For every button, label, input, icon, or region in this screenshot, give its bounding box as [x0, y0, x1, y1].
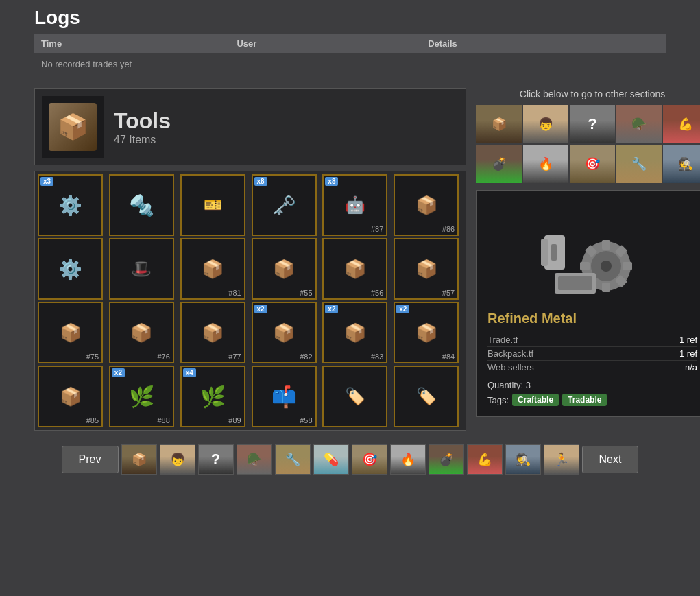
- nav-demo-face: 💣: [429, 445, 463, 474]
- tools-title: Tools: [114, 108, 171, 134]
- item-cell[interactable]: 🎫: [180, 174, 245, 236]
- crate75-icon: 📦: [60, 322, 82, 344]
- crate76-icon: 📦: [130, 322, 152, 344]
- plant88-icon: 🌿: [129, 385, 154, 409]
- item-cell[interactable]: 🔩: [109, 174, 174, 236]
- class-cell-pyro[interactable]: 🔥: [523, 145, 568, 183]
- web-sellers-row: Web sellers n/a: [487, 361, 697, 374]
- item-cell[interactable]: x8 🗝️: [252, 174, 317, 236]
- nav-box-cell[interactable]: 📦: [121, 444, 157, 475]
- nav-soldier-cell[interactable]: 🪖: [237, 444, 272, 475]
- demo-face: 💣: [476, 145, 522, 183]
- item-cell[interactable]: 🎩: [109, 238, 174, 300]
- nav-spy-face: 🕵️: [506, 445, 540, 474]
- robot-item-icon: 🤖: [345, 195, 365, 215]
- scrap-item-icon: 🔩: [129, 193, 154, 217]
- item-cell[interactable]: 📫 #58: [252, 366, 317, 427]
- item-cell[interactable]: x4 🌿 #89: [180, 366, 245, 427]
- class-cell-question[interactable]: ?: [570, 105, 615, 143]
- svg-rect-12: [541, 239, 548, 266]
- nav-box-face: 📦: [122, 445, 156, 474]
- item-number: #86: [442, 225, 455, 233]
- box58-icon: 📫: [271, 385, 297, 409]
- item-cell[interactable]: 🏷️: [322, 366, 387, 427]
- svg-rect-9: [580, 262, 590, 270]
- crate55-icon: 📦: [273, 259, 295, 280]
- crate85-icon: 📦: [60, 386, 82, 407]
- class-cell-scout[interactable]: 👦: [523, 105, 568, 143]
- craftable-tag: Craftable: [512, 394, 559, 406]
- item-cell[interactable]: x2 📦 #84: [394, 302, 459, 363]
- tools-header: Tools 47 Items: [34, 88, 466, 165]
- class-cell-box[interactable]: 📦: [476, 105, 522, 143]
- item-badge: x3: [40, 177, 53, 186]
- logs-title: Logs: [34, 7, 666, 29]
- class-cell-engi[interactable]: 🔧: [616, 145, 662, 183]
- item-cell[interactable]: x2 🌿 #88: [109, 366, 174, 427]
- plant89-icon: 🌿: [200, 385, 226, 409]
- prev-button[interactable]: Prev: [62, 446, 119, 473]
- crate82-icon: 📦: [273, 322, 295, 344]
- item-cell[interactable]: 📦 #57: [394, 238, 459, 300]
- item-number: #88: [157, 416, 169, 425]
- ticket-item-icon: 🎫: [204, 196, 222, 214]
- item-cell[interactable]: x2 📦 #82: [252, 302, 317, 363]
- class-cell-demo[interactable]: 💣: [476, 145, 522, 183]
- nav-question-cell[interactable]: ?: [198, 444, 234, 475]
- nav-soldier-face: 🪖: [237, 445, 271, 474]
- nav-medic-cell[interactable]: 💊: [313, 444, 349, 475]
- nav-scout-cell[interactable]: 👦: [160, 444, 195, 475]
- item-cell[interactable]: x2 📦 #83: [322, 302, 387, 363]
- nav-medic-face: 💊: [314, 445, 348, 474]
- item-number: #82: [300, 353, 312, 361]
- nav-pyro-cell[interactable]: 🔥: [390, 444, 426, 475]
- item-cell[interactable]: 📦 #55: [252, 238, 317, 300]
- item-cell[interactable]: 📦 #86: [394, 174, 459, 236]
- item-cell[interactable]: x3 ⚙️: [38, 174, 103, 236]
- gear2-item-icon: ⚙️: [58, 258, 82, 281]
- next-button[interactable]: Next: [582, 446, 639, 473]
- item-number: #75: [86, 353, 99, 361]
- nav-spy-cell[interactable]: 🕵️: [505, 444, 541, 475]
- item-badge: x4: [183, 368, 196, 377]
- tools-item-count: 47 Items: [114, 134, 171, 146]
- col-details: Details: [421, 34, 666, 53]
- item-cell[interactable]: 📦 #76: [109, 302, 174, 363]
- nav-sniper-cell[interactable]: 🎯: [352, 444, 387, 475]
- item-cell[interactable]: ⚙️: [38, 238, 103, 300]
- tag2-icon: 🏷️: [416, 387, 437, 406]
- class-cell-spy[interactable]: 🕵️: [663, 145, 700, 183]
- class-cell-sniper[interactable]: 🎯: [570, 145, 615, 183]
- nav-demo-cell[interactable]: 💣: [429, 444, 464, 475]
- nav-scout2-cell[interactable]: 🏃: [544, 444, 579, 475]
- item-cell[interactable]: 📦 #85: [38, 366, 103, 427]
- item-cell[interactable]: x8 🤖 #87: [322, 174, 387, 236]
- item-number: #87: [371, 225, 383, 233]
- crate81-icon: 📦: [202, 259, 224, 280]
- nav-pyro-face: 🔥: [391, 445, 425, 474]
- nav-heavy-cell[interactable]: 💪: [467, 444, 503, 475]
- col-user: User: [230, 34, 421, 53]
- item-badge: x8: [254, 177, 267, 186]
- item-cell[interactable]: 📦 #75: [38, 302, 103, 363]
- crate83-icon: 📦: [344, 322, 366, 344]
- scout-face: 👦: [523, 105, 568, 143]
- item-cell[interactable]: 📦 #77: [180, 302, 245, 363]
- crate57-icon: 📦: [415, 259, 437, 280]
- item-number: #81: [228, 289, 241, 297]
- pyro-face: 🔥: [523, 145, 568, 183]
- class-cell-heavy[interactable]: 💪: [663, 105, 700, 143]
- bp-tf-value: 1 ref: [679, 348, 697, 359]
- item-number: #83: [371, 353, 383, 361]
- item-cell[interactable]: 📦 #81: [180, 238, 245, 300]
- item-cell[interactable]: 📦 #56: [322, 238, 387, 300]
- class-cell-soldier[interactable]: 🪖: [616, 105, 662, 143]
- item-cell[interactable]: 🏷️: [394, 366, 459, 427]
- tools-title-block: Tools 47 Items: [114, 108, 171, 146]
- crate56-icon: 📦: [344, 259, 366, 280]
- engi-face: 🔧: [616, 145, 662, 183]
- item-preview-3d: [524, 201, 661, 304]
- svg-rect-3: [602, 240, 610, 250]
- nav-engi-cell[interactable]: 🔧: [275, 444, 311, 475]
- tradable-tag: Tradable: [562, 394, 607, 406]
